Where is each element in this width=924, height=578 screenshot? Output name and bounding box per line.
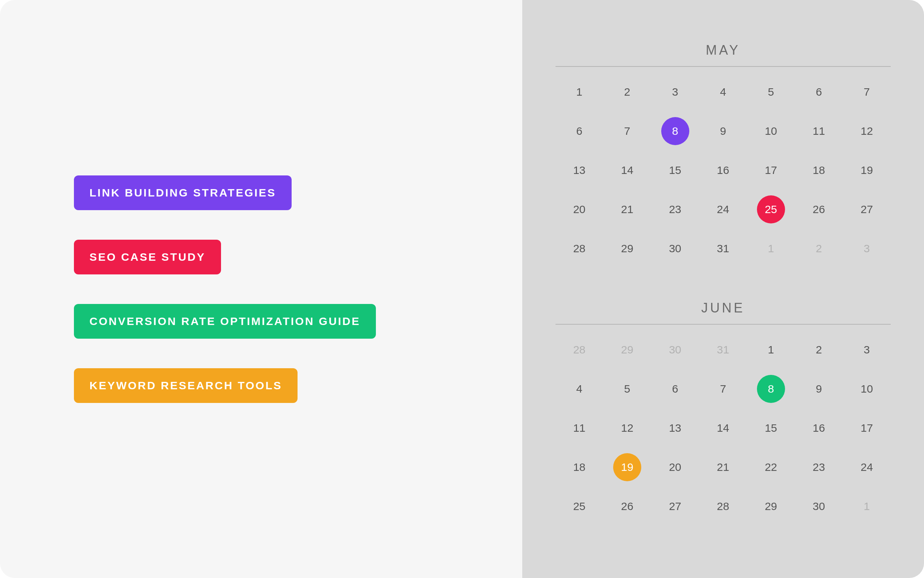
calendar-day-marked[interactable]: 8 — [747, 374, 795, 404]
day-number: 18 — [813, 164, 825, 177]
calendar-day[interactable]: 16 — [795, 413, 843, 443]
day-number: 3 — [672, 86, 678, 98]
calendar-day[interactable]: 1 — [843, 492, 891, 521]
calendar-day[interactable]: 27 — [651, 492, 699, 521]
calendar-day[interactable]: 28 — [555, 234, 604, 263]
calendar-day[interactable]: 14 — [699, 413, 747, 443]
day-number: 22 — [765, 461, 777, 474]
calendar-day[interactable]: 15 — [651, 156, 699, 185]
calendar-day[interactable]: 16 — [699, 156, 747, 185]
calendar-title: May — [555, 42, 891, 67]
calendar-day[interactable]: 6 — [651, 374, 699, 404]
calendar-day[interactable]: 20 — [555, 195, 604, 224]
calendar-day[interactable]: 3 — [651, 77, 699, 107]
day-number: 2 — [816, 344, 822, 356]
calendar-day[interactable]: 23 — [795, 453, 843, 482]
calendar-grid: 1234567678910111213141516171819202123242… — [555, 77, 891, 263]
calendar-day[interactable]: 9 — [699, 116, 747, 146]
calendar-day[interactable]: 24 — [699, 195, 747, 224]
day-number: 15 — [669, 164, 681, 177]
calendar-day[interactable]: 21 — [699, 453, 747, 482]
calendar-day[interactable]: 4 — [699, 77, 747, 107]
tag-cro-guide[interactable]: Conversion Rate Optimization Guide — [74, 304, 376, 339]
calendar-day[interactable]: 30 — [651, 335, 699, 365]
day-number: 12 — [621, 422, 633, 434]
calendar-may: May 123456767891011121314151617181920212… — [555, 42, 891, 263]
day-number: 5 — [768, 86, 774, 98]
calendar-day[interactable]: 18 — [795, 156, 843, 185]
calendar-day[interactable]: 19 — [843, 156, 891, 185]
calendar-day[interactable]: 17 — [747, 156, 795, 185]
calendar-day[interactable]: 11 — [555, 413, 604, 443]
day-number: 24 — [717, 203, 729, 216]
day-number: 15 — [765, 422, 777, 434]
calendar-day[interactable]: 29 — [603, 335, 651, 365]
calendar-day[interactable]: 22 — [747, 453, 795, 482]
calendar-day[interactable]: 28 — [555, 335, 604, 365]
calendar-day[interactable]: 4 — [555, 374, 604, 404]
calendar-day[interactable]: 7 — [603, 116, 651, 146]
calendar-day[interactable]: 11 — [795, 116, 843, 146]
calendar-day[interactable]: 18 — [555, 453, 604, 482]
calendar-day[interactable]: 30 — [795, 492, 843, 521]
calendar-june: June 28293031123456789101112131415161718… — [555, 300, 891, 521]
calendar-day[interactable]: 13 — [555, 156, 604, 185]
calendar-day[interactable]: 3 — [843, 335, 891, 365]
calendar-day-marked[interactable]: 8 — [651, 116, 699, 146]
day-number: 19 — [621, 461, 633, 474]
calendar-day[interactable]: 30 — [651, 234, 699, 263]
day-number: 16 — [813, 422, 825, 434]
tag-seo-case-study[interactable]: SEO Case Study — [74, 240, 221, 274]
calendar-day[interactable]: 21 — [603, 195, 651, 224]
calendar-day[interactable]: 1 — [747, 234, 795, 263]
calendar-day[interactable]: 2 — [795, 335, 843, 365]
day-number: 4 — [720, 86, 726, 98]
calendar-day[interactable]: 25 — [555, 492, 604, 521]
calendar-day[interactable]: 6 — [555, 116, 604, 146]
calendar-day[interactable]: 29 — [747, 492, 795, 521]
calendar-day[interactable]: 27 — [843, 195, 891, 224]
calendar-day[interactable]: 9 — [795, 374, 843, 404]
calendar-day[interactable]: 26 — [795, 195, 843, 224]
calendar-panel: May 123456767891011121314151617181920212… — [522, 0, 924, 578]
day-number: 13 — [573, 164, 586, 177]
calendar-day[interactable]: 26 — [603, 492, 651, 521]
calendar-day[interactable]: 7 — [699, 374, 747, 404]
day-number: 30 — [813, 500, 825, 513]
calendar-day[interactable]: 15 — [747, 413, 795, 443]
day-number: 7 — [864, 86, 870, 98]
day-number: 5 — [624, 383, 631, 395]
calendar-day[interactable]: 3 — [843, 234, 891, 263]
day-number: 13 — [669, 422, 681, 434]
calendar-day[interactable]: 10 — [843, 374, 891, 404]
calendar-day[interactable]: 17 — [843, 413, 891, 443]
day-number: 10 — [861, 383, 873, 395]
calendar-day[interactable]: 2 — [603, 77, 651, 107]
calendar-day[interactable]: 12 — [603, 413, 651, 443]
day-number: 14 — [717, 422, 729, 434]
tag-link-building[interactable]: Link Building Strategies — [74, 175, 291, 210]
day-number: 6 — [576, 125, 582, 137]
calendar-day[interactable]: 6 — [795, 77, 843, 107]
calendar-day[interactable]: 29 — [603, 234, 651, 263]
calendar-day[interactable]: 14 — [603, 156, 651, 185]
calendar-day-marked[interactable]: 19 — [603, 453, 651, 482]
calendar-day[interactable]: 7 — [843, 77, 891, 107]
calendar-day[interactable]: 20 — [651, 453, 699, 482]
calendar-day[interactable]: 1 — [747, 335, 795, 365]
calendar-day[interactable]: 31 — [699, 234, 747, 263]
calendar-day[interactable]: 5 — [603, 374, 651, 404]
calendar-day[interactable]: 12 — [843, 116, 891, 146]
calendar-day[interactable]: 24 — [843, 453, 891, 482]
calendar-day[interactable]: 23 — [651, 195, 699, 224]
tag-keyword-tools[interactable]: Keyword Research Tools — [74, 368, 298, 403]
calendar-day[interactable]: 10 — [747, 116, 795, 146]
calendar-day[interactable]: 2 — [795, 234, 843, 263]
calendar-day[interactable]: 31 — [699, 335, 747, 365]
calendar-day-marked[interactable]: 25 — [747, 195, 795, 224]
calendar-day[interactable]: 5 — [747, 77, 795, 107]
calendar-day[interactable]: 1 — [555, 77, 604, 107]
calendar-day[interactable]: 28 — [699, 492, 747, 521]
calendar-day[interactable]: 13 — [651, 413, 699, 443]
day-number: 9 — [816, 383, 822, 395]
